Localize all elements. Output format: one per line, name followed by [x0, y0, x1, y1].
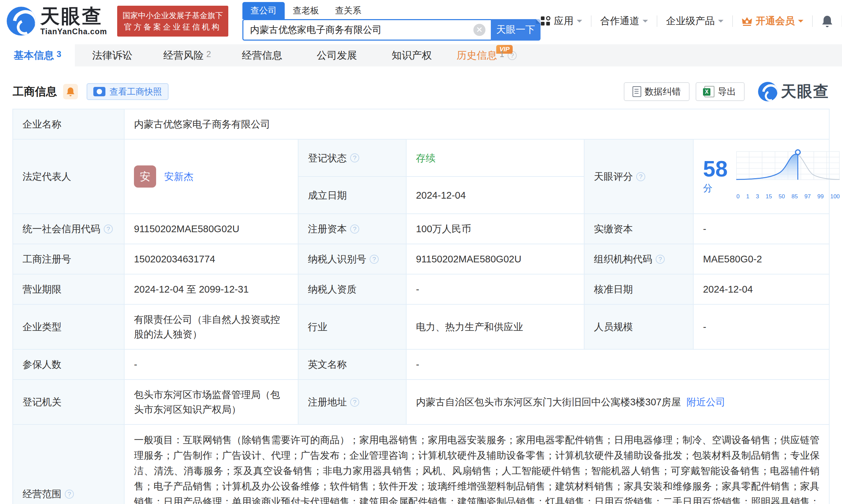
tab-risk[interactable]: 经营风险 2: [150, 44, 225, 67]
crown-icon: [742, 16, 752, 26]
company-name-label: 企业名称: [13, 109, 124, 139]
search-box: ✕: [242, 19, 491, 41]
score-distribution-chart: 0131550859799100: [736, 149, 840, 204]
tab-basic-info[interactable]: 基本信息 3: [0, 44, 75, 67]
nav-apps-label: 应用: [554, 14, 574, 28]
help-icon[interactable]: [104, 224, 113, 234]
chevron-down-icon: [798, 20, 803, 25]
table-row: 参保人数 - 英文名称 -: [13, 349, 829, 379]
search-area: 查公司 查老板 查关系 ✕ 天眼一下: [242, 2, 541, 41]
address-label: 注册地址: [298, 379, 406, 425]
search-tab-boss[interactable]: 查老板: [285, 2, 327, 19]
tab-lawsuit-label: 法律诉讼: [92, 49, 133, 62]
top-nav: 应用 合作通道 企业级产品 开通会员 肖青羽: [541, 14, 842, 28]
search-input[interactable]: [250, 24, 465, 35]
business-info-header: 工商信息 查看工商快照 数据纠错 导出 天眼查: [0, 81, 842, 102]
tianyancha-logo-icon: [7, 7, 36, 36]
score-marker-pin: [796, 150, 800, 155]
table-row: 登记机关 包头市东河区市场监督管理局（包头市东河区知识产权局） 注册地址 内蒙古…: [13, 379, 829, 425]
tab-ip[interactable]: 知识产权: [374, 44, 449, 67]
taxpayer-id-value: 91150202MAE580G02U: [406, 244, 584, 274]
table-row: 法定代表人 安 安新杰 登记状态 存续 天眼评分 58分: [13, 139, 829, 177]
camera-icon: [93, 87, 105, 96]
chevron-down-icon: [577, 20, 582, 25]
search-button[interactable]: 天眼一下: [491, 19, 541, 41]
chevron-down-icon: [718, 20, 723, 25]
snapshot-label: 查看工商快照: [109, 86, 162, 98]
search-tab-relation[interactable]: 查关系: [327, 2, 369, 19]
export-label: 导出: [718, 86, 736, 98]
clear-search-icon[interactable]: ✕: [473, 24, 486, 36]
help-icon[interactable]: [350, 398, 359, 407]
help-icon[interactable]: [370, 255, 379, 264]
avatar[interactable]: 安: [134, 165, 156, 187]
credit-code-value: 91150202MAE580G02U: [124, 214, 298, 244]
view-snapshot-button[interactable]: 查看工商快照: [87, 83, 169, 100]
paid-capital-value: -: [693, 214, 829, 244]
nav-partner[interactable]: 合作通道: [600, 14, 648, 28]
tab-history[interactable]: VIP 历史信息 1: [449, 44, 524, 67]
search-tab-company[interactable]: 查公司: [242, 2, 285, 19]
nav-vip[interactable]: 开通会员: [742, 14, 803, 28]
reg-status-value: 存续: [406, 139, 584, 177]
tab-operation[interactable]: 经营信息: [225, 44, 299, 67]
apps-grid-icon: [541, 16, 550, 26]
nav-divider: [591, 15, 592, 27]
gov-badge-line2: 官方备案企业征信机构: [123, 21, 223, 33]
score-cell[interactable]: 58分: [693, 139, 829, 214]
org-code-label: 组织机构代码: [584, 244, 693, 274]
header: 天眼查 TianYanCha.com 国家中小企业发展子基金旗下 官方备案企业征…: [0, 0, 842, 41]
monitor-bell-icon[interactable]: [63, 84, 78, 99]
credit-code-label: 统一社会信用代码: [13, 214, 124, 244]
paid-capital-label: 实缴资本: [584, 214, 693, 244]
tab-operation-label: 经营信息: [242, 49, 282, 62]
company-name-value: 内蒙古优悠家电子商务有限公司: [124, 109, 829, 139]
taxpayer-id-label: 纳税人识别号: [298, 244, 406, 274]
data-correction-button[interactable]: 数据纠错: [624, 82, 689, 101]
help-icon[interactable]: [350, 224, 359, 234]
insured-label: 参保人数: [13, 349, 124, 379]
tab-risk-count: 2: [207, 49, 211, 59]
staff-size-label: 人员规模: [584, 304, 693, 349]
table-row: 企业名称 内蒙古优悠家电子商务有限公司: [13, 109, 829, 139]
score-axis-ticks: 0131550859799100: [736, 189, 840, 204]
industry-label: 行业: [298, 304, 406, 349]
tab-development[interactable]: 公司发展: [299, 44, 374, 67]
address-text: 内蒙古自治区包头市东河区东门大街旧回中公寓楼3楼307房屋: [416, 397, 681, 407]
nav-partner-label: 合作通道: [600, 14, 639, 28]
tab-ip-label: 知识产权: [392, 49, 432, 62]
tianyancha-logo[interactable]: 天眼查 TianYanCha.com: [7, 6, 107, 36]
nav-divider: [657, 15, 657, 27]
logo-title: 天眼查: [40, 6, 107, 26]
nav-divider: [812, 15, 813, 27]
table-row: 经营范围 一般项目：互联网销售（除销售需要许可的商品）；家用电器销售；家用电器安…: [13, 425, 829, 504]
notification-bell-icon[interactable]: [822, 15, 833, 27]
section-title: 工商信息: [13, 84, 57, 99]
approve-date-label: 核准日期: [584, 274, 693, 304]
tab-development-label: 公司发展: [317, 49, 357, 62]
org-code-value: MAE580G0-2: [693, 244, 829, 274]
legal-rep-cell: 安 安新杰: [124, 139, 298, 214]
industry-value: 电力、热力生产和供应业: [406, 304, 584, 349]
help-icon[interactable]: [656, 255, 665, 264]
export-button[interactable]: 导出: [696, 82, 744, 101]
help-icon[interactable]: [350, 154, 359, 162]
scope-value: 一般项目：互联网销售（除销售需要许可的商品）；家用电器销售；家用电器安装服务；家…: [124, 425, 829, 504]
reg-number-value: 150202034631774: [124, 244, 298, 274]
nav-enterprise[interactable]: 企业级产品: [666, 14, 723, 28]
correction-doc-icon: [632, 86, 641, 97]
search-tabs: 查公司 查老板 查关系: [242, 2, 541, 19]
excel-icon: [704, 86, 715, 97]
watermark-logo-icon: [758, 82, 777, 101]
nav-apps[interactable]: 应用: [541, 14, 582, 28]
legal-rep-link[interactable]: 安新杰: [164, 169, 193, 184]
business-term-value: 2024-12-04 至 2099-12-31: [124, 274, 298, 304]
scope-label: 经营范围: [13, 425, 124, 504]
nav-divider: [732, 15, 733, 27]
tab-lawsuit[interactable]: 法律诉讼: [75, 44, 150, 67]
score-number: 58分: [703, 158, 727, 196]
help-icon[interactable]: [65, 490, 74, 499]
help-icon[interactable]: [636, 172, 645, 181]
nearby-companies-link[interactable]: 附近公司: [687, 397, 725, 407]
watermark-text: 天眼查: [781, 81, 829, 102]
